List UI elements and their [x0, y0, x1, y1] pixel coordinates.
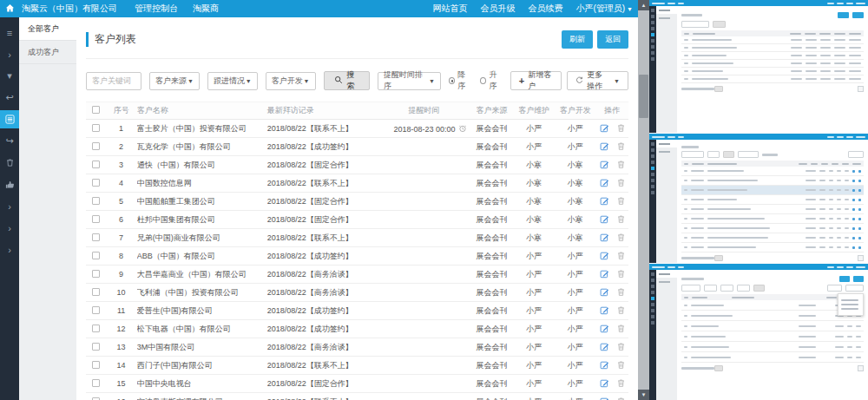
mini-rail-icon	[651, 142, 654, 146]
mini-table	[681, 161, 864, 252]
edit-icon[interactable]	[600, 360, 609, 371]
delete-icon[interactable]	[616, 196, 626, 207]
console-link[interactable]: 管理控制台	[135, 3, 178, 15]
edit-icon[interactable]	[600, 196, 609, 207]
trash-icon[interactable]	[0, 154, 19, 172]
row-checkbox[interactable]	[92, 306, 100, 314]
sort-desc-radio[interactable]: 降序	[449, 69, 470, 92]
row-checkbox[interactable]	[92, 288, 100, 296]
site-home-link[interactable]: 网站首页	[432, 3, 467, 15]
select-all-checkbox[interactable]	[92, 106, 100, 114]
delete-icon[interactable]	[616, 342, 626, 353]
delete-icon[interactable]	[616, 251, 626, 262]
source-select[interactable]: 客户来源▼	[149, 72, 200, 90]
shop-link[interactable]: 淘聚商	[193, 3, 219, 15]
row-checkbox[interactable]	[92, 197, 100, 205]
row-checkbox[interactable]	[92, 379, 100, 387]
develop-select[interactable]: 客户开发▼	[266, 72, 316, 90]
row-checkbox[interactable]	[92, 179, 100, 187]
delete-icon[interactable]	[616, 305, 626, 317]
row-checkbox[interactable]	[92, 252, 100, 259]
customer-list-icon[interactable]	[0, 110, 19, 128]
edit-icon[interactable]	[600, 141, 609, 153]
delete-icon[interactable]	[616, 123, 626, 134]
delete-icon[interactable]	[616, 214, 626, 226]
edit-icon[interactable]	[600, 378, 609, 390]
sort-asc-radio[interactable]: 升序	[480, 69, 502, 92]
mini-text-bar	[691, 305, 724, 306]
more-actions-button[interactable]: 更多操作 ▼	[567, 71, 628, 90]
chevron-right-icon[interactable]: ›	[0, 197, 19, 215]
chevron-right-icon[interactable]: ›	[0, 45, 19, 63]
back-button[interactable]: 返回	[597, 30, 628, 49]
member-renew-link[interactable]: 会员续费	[528, 3, 562, 15]
row-checkbox[interactable]	[92, 142, 100, 150]
edit-icon[interactable]	[600, 233, 609, 244]
delete-icon[interactable]	[616, 178, 626, 189]
search-button[interactable]: 搜索	[324, 71, 371, 90]
row-checkbox[interactable]	[92, 397, 100, 400]
keyword-input[interactable]: 客户关键词	[86, 72, 141, 90]
scroll-thumb[interactable]	[639, 75, 648, 118]
edit-icon[interactable]	[600, 214, 609, 226]
mini-text-bar	[799, 357, 816, 358]
edit-icon[interactable]	[600, 160, 609, 171]
refresh-button[interactable]: 刷新	[562, 30, 593, 49]
delete-icon[interactable]	[616, 287, 626, 298]
thumbs-up-icon[interactable]	[0, 175, 19, 193]
edit-icon[interactable]	[600, 251, 609, 262]
row-checkbox[interactable]	[92, 343, 100, 351]
delete-icon[interactable]	[616, 160, 626, 171]
sign-in-icon[interactable]: ↩	[0, 89, 19, 107]
row-checkbox[interactable]	[92, 161, 100, 168]
sign-out-icon[interactable]: ↪	[0, 132, 19, 150]
edit-icon[interactable]	[600, 287, 609, 298]
delete-icon[interactable]	[616, 397, 626, 400]
edit-icon[interactable]	[600, 397, 609, 400]
home-button[interactable]	[0, 0, 19, 17]
sort-select[interactable]: 提醒时间排序▼	[378, 72, 441, 90]
scroll-up-arrow[interactable]: ▲	[638, 0, 649, 10]
row-checkbox[interactable]	[92, 124, 100, 132]
customer-source: 展会会刊	[470, 193, 514, 211]
add-customer-button[interactable]: +新增客户	[510, 71, 562, 90]
row-checkbox[interactable]	[92, 325, 100, 332]
followup-select[interactable]: 跟进情况▼	[207, 72, 258, 90]
member-upgrade-link[interactable]: 会员升级	[480, 3, 515, 15]
mini-control	[848, 151, 864, 158]
row-checkbox[interactable]	[92, 270, 100, 278]
delete-icon[interactable]	[616, 360, 626, 371]
row-checkbox[interactable]	[92, 361, 100, 369]
edit-icon[interactable]	[600, 324, 609, 335]
mini-text-bar	[799, 336, 816, 338]
chevron-right-icon[interactable]: ›	[0, 240, 19, 259]
sidebar-item-success-customers[interactable]: 成功客户	[19, 41, 76, 64]
customer-source: 展会会刊	[470, 375, 514, 393]
mini-table-row	[681, 214, 864, 224]
menu-icon[interactable]: ≡	[0, 23, 19, 42]
mini-text-bar	[835, 325, 844, 327]
user-menu[interactable]: 小严(管理员)▼	[575, 3, 633, 15]
alarm-clock-icon[interactable]	[458, 124, 467, 133]
edit-icon[interactable]	[600, 269, 609, 280]
customer-developer: 小严	[555, 247, 596, 266]
scroll-down-arrow[interactable]: ▼	[638, 390, 649, 400]
row-checkbox[interactable]	[92, 215, 100, 223]
col-remind: 提醒时间	[378, 102, 470, 120]
remind-time	[378, 393, 470, 400]
row-checkbox[interactable]	[92, 233, 100, 241]
edit-icon[interactable]	[600, 305, 609, 317]
edit-icon[interactable]	[600, 342, 609, 353]
chevron-right-icon[interactable]: ›	[0, 219, 19, 237]
delete-icon[interactable]	[616, 269, 626, 280]
delete-icon[interactable]	[616, 233, 626, 244]
delete-icon[interactable]	[616, 378, 626, 390]
delete-icon[interactable]	[616, 141, 626, 153]
chevron-down-icon[interactable]: ▾	[0, 67, 19, 85]
edit-icon[interactable]	[600, 123, 609, 134]
delete-icon[interactable]	[616, 324, 626, 335]
sidebar-item-all-customers[interactable]: 全部客户	[19, 17, 76, 41]
edit-icon[interactable]	[600, 178, 609, 189]
mini-text-bar	[834, 39, 845, 41]
row-ops	[596, 375, 629, 393]
